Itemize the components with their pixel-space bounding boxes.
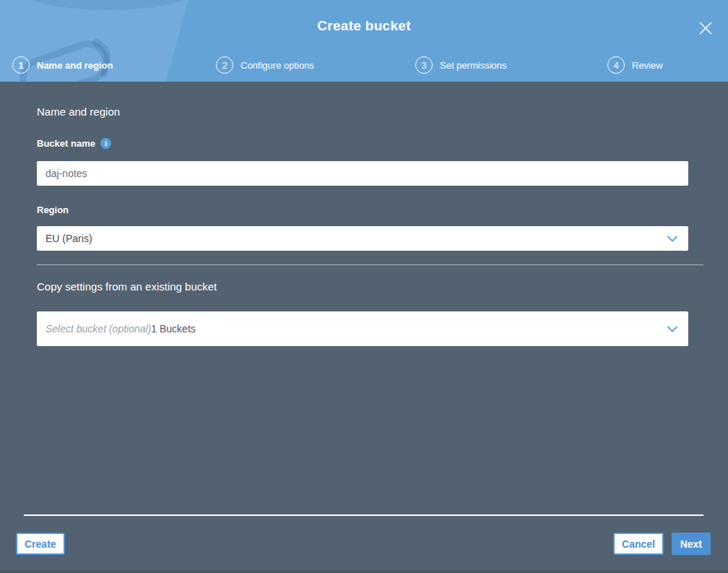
create-button[interactable]: Create	[16, 533, 65, 555]
step-number-badge: 4	[607, 56, 625, 74]
bucket-select-count: 1 Buckets	[151, 323, 195, 335]
step-configure-options[interactable]: 2 Configure options	[216, 56, 314, 74]
bucket-name-input[interactable]	[37, 161, 688, 186]
bucket-name-label-text: Bucket name	[37, 138, 95, 149]
region-select[interactable]: EU (Paris)	[37, 226, 688, 251]
dialog-title: Create bucket	[0, 18, 728, 34]
step-set-permissions[interactable]: 3 Set permissions	[415, 56, 506, 74]
close-button[interactable]	[695, 17, 716, 39]
step-number-badge: 2	[216, 56, 233, 74]
footer-divider	[24, 514, 703, 516]
bucket-select-placeholder: Select bucket (optional)	[46, 323, 151, 335]
step-label: Set permissions	[440, 60, 506, 71]
section-heading-name-and-region: Name and region	[37, 105, 120, 118]
create-bucket-dialog: Create bucket 1 Name and region 2 Config…	[0, 0, 728, 573]
bucket-name-label: Bucket name i	[37, 138, 111, 149]
region-label-text: Region	[37, 204, 69, 215]
copy-settings-bucket-select[interactable]: Select bucket (optional) 1 Buckets	[37, 311, 688, 346]
region-select-value: EU (Paris)	[46, 233, 92, 244]
next-button[interactable]: Next	[672, 533, 711, 555]
info-icon[interactable]: i	[100, 138, 111, 149]
step-name-and-region[interactable]: 1 Name and region	[12, 56, 113, 74]
close-icon	[697, 20, 714, 37]
step-label: Name and region	[37, 60, 113, 71]
chevron-down-icon	[667, 326, 678, 332]
step-number-badge: 3	[415, 56, 433, 74]
cancel-button[interactable]: Cancel	[613, 533, 664, 555]
section-heading-copy-settings: Copy settings from an existing bucket	[37, 280, 217, 293]
step-label: Configure options	[240, 60, 314, 71]
region-label: Region	[37, 204, 69, 215]
step-label: Review	[632, 60, 663, 71]
step-review[interactable]: 4 Review	[607, 56, 663, 74]
section-divider	[37, 264, 703, 265]
chevron-down-icon	[667, 236, 678, 242]
dialog-header: Create bucket 1 Name and region 2 Config…	[0, 0, 728, 82]
step-number-badge: 1	[12, 56, 30, 74]
